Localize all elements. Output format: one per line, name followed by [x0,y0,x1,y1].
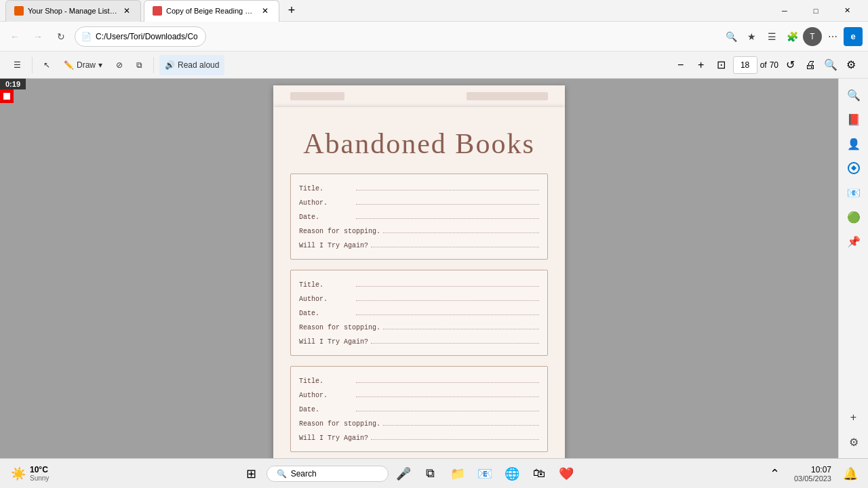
taskbar-browser-button[interactable]: 🌐 [500,462,524,486]
settings-icon: ⚙ [846,58,856,71]
edge-sidebar-search-button[interactable]: 🔍 [843,84,865,106]
separator-1 [32,57,33,73]
tab2-close-button[interactable]: ✕ [260,5,271,16]
willtry-label-1: Will I Try Again? [299,242,368,249]
pdf-search-button[interactable]: 🔍 [822,56,840,74]
title-label-3: Title. [299,378,353,385]
search-sidebar-button[interactable]: 🔍 [722,27,741,46]
author-label-1: Author. [299,199,353,207]
total-pages: 70 [770,60,778,70]
back-button[interactable]: ← [5,27,24,46]
fit-page-button[interactable]: ⊡ [713,56,730,74]
zoom-in-button[interactable]: + [692,56,710,74]
main-area: 0:19 Abandoned Books Title. [0,79,868,458]
date-line-1 [356,209,539,219]
notification-button[interactable]: 🔔 [838,462,863,486]
page-number-input[interactable] [733,56,757,74]
draw-icon: ✏️ [64,60,74,70]
split-view-button[interactable]: ⧉ [131,55,148,75]
extensions-button[interactable]: 🧩 [783,27,802,46]
minimize-button[interactable]: ─ [769,0,800,22]
pdf-viewer[interactable]: Abandoned Books Title. Author. Date. Rea… [0,79,838,458]
edge-sidebar-pin-button[interactable]: 📌 [843,230,865,252]
new-tab-button[interactable]: + [282,1,301,20]
entry-field-reason-1: Reason for stopping. [299,224,539,235]
edge-sidebar-copilot-button[interactable] [843,157,865,179]
favorites-button[interactable]: ★ [742,27,761,46]
taskbar-mail-button[interactable]: 📧 [473,462,497,486]
entry-field-willtry-2: Will I Try Again? [299,334,539,346]
date-line-3 [356,402,539,411]
forward-button[interactable]: → [28,27,47,46]
profile-button[interactable]: T [803,27,822,46]
taskbar-explorer-button[interactable]: 📁 [446,462,470,486]
clock-date: 03/05/2023 [794,474,831,483]
search-icon: 🔍 [824,58,837,71]
title-label-1: Title. [299,185,353,192]
date-label-3: Date. [299,406,353,413]
lock-icon: 📄 [81,32,92,41]
stop-icon [3,93,10,100]
print-button[interactable]: 🖨 [802,56,819,74]
entry-field-date-1: Date. [299,209,539,221]
taskbar-system-tray-button[interactable]: ⌃ [763,462,787,486]
title-line-3 [356,373,539,383]
maximize-button[interactable]: □ [800,0,831,22]
collections-button[interactable]: ☰ [762,27,781,46]
title-label-2: Title. [299,281,353,289]
edge-sidebar-settings-bottom[interactable]: ⚙ [843,431,865,453]
weather-widget[interactable]: ☀️ 10°C Sunny [5,462,54,485]
reason-label-1: Reason for stopping. [299,228,380,235]
entry-field-reason-2: Reason for stopping. [299,320,539,331]
taskbar-store-button[interactable]: 🛍 [527,462,551,486]
address-wrapper: 📄 [75,26,717,47]
eraser-button[interactable]: ⊘ [111,55,128,75]
page-navigation: − + ⊡ of 70 ↺ 🖨 🔍 ⚙ [672,56,860,74]
draw-label: Draw [77,60,96,70]
settings-button[interactable]: ⋯ [823,27,842,46]
draw-button[interactable]: ✏️ Draw ▾ [58,55,108,75]
read-aloud-button[interactable]: 🔊 Read aloud [159,55,224,75]
tab-1[interactable]: Your Shop - Manage Listings - E... ✕ [5,0,141,22]
tab1-close-button[interactable]: ✕ [121,5,132,16]
weather-condition: Sunny [30,474,49,482]
rotate-button[interactable]: ↺ [781,56,799,74]
speaker-icon: 🔊 [165,60,175,70]
edge-sidebar-favorites-button[interactable]: 📕 [843,108,865,130]
menu-button[interactable]: ☰ [8,55,26,75]
book-entry-2: Title. Author. Date. Reason for stopping… [290,270,548,356]
edge-sidebar-profile-button[interactable]: 👤 [843,133,865,155]
taskbar-search[interactable]: 🔍 Search [267,466,389,482]
willtry-line-3 [371,430,539,440]
split-icon: ⧉ [136,60,142,70]
cursor-tool-button[interactable]: ↖ [38,55,56,75]
date-line-2 [356,306,539,315]
taskbar-taskview-button[interactable]: ⧉ [418,462,443,486]
edge-sidebar-add-button[interactable]: + [843,407,865,428]
entry-field-willtry-3: Will I Try Again? [299,430,539,442]
tab1-label: Your Shop - Manage Listings - E... [28,7,117,15]
taskbar-cortana-button[interactable]: 🎤 [391,462,416,486]
entry-field-title-2: Title. [299,277,539,289]
author-line-3 [356,388,539,397]
address-input[interactable] [75,26,206,47]
close-button[interactable]: ✕ [831,0,863,22]
reason-label-3: Reason for stopping. [299,420,380,428]
entry-field-date-2: Date. [299,306,539,317]
tab-2[interactable]: Copy of Beige Reading Journal P... ✕ [144,0,279,22]
edge-icon: e [844,27,863,46]
taskbar-clock[interactable]: 10:07 03/05/2023 [790,464,835,484]
pdf-settings-button[interactable]: ⚙ [842,56,860,74]
taskbar-start-button[interactable]: ⊞ [239,462,264,486]
tab1-favicon [14,6,24,16]
taskbar-search-icon: 🔍 [277,469,287,479]
date-label-1: Date. [299,214,353,221]
edge-sidebar-outlook-button[interactable]: 📧 [843,182,865,203]
title-line-1 [356,181,539,190]
taskbar-extra-button[interactable]: ❤️ [554,462,578,486]
refresh-button[interactable]: ↻ [52,27,71,46]
edge-sidebar-tools-button[interactable]: 🟢 [843,206,865,228]
stop-timer-button[interactable] [0,89,14,103]
zoom-out-button[interactable]: − [672,56,690,74]
book-entry-1: Title. Author. Date. Reason for stopping… [290,174,548,260]
